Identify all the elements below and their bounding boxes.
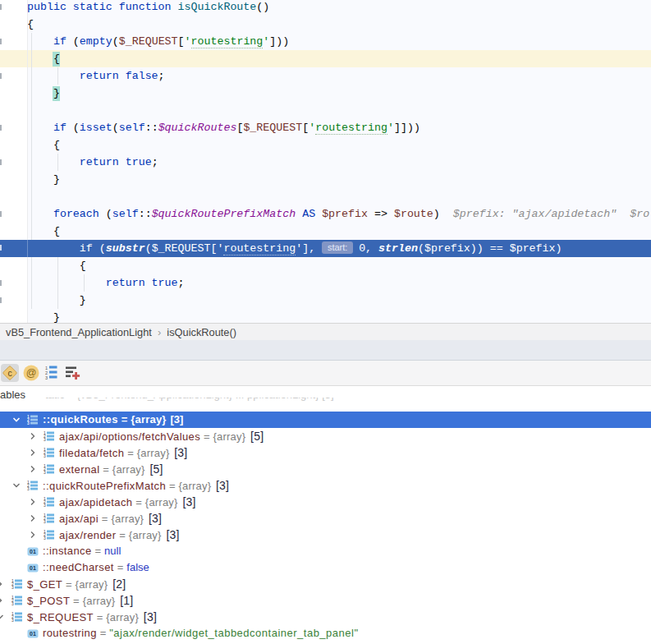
svg-text:3: 3 (44, 519, 46, 523)
svg-text:3: 3 (11, 585, 14, 589)
svg-text:3: 3 (44, 453, 46, 458)
svg-text:3: 3 (44, 536, 46, 540)
svg-text:3: 3 (11, 618, 14, 622)
svg-text:3: 3 (44, 470, 46, 474)
svg-text:01: 01 (30, 631, 36, 637)
svg-text:3: 3 (44, 503, 46, 507)
svg-text:01: 01 (30, 565, 36, 571)
svg-text:3: 3 (27, 486, 30, 490)
svg-text:01: 01 (30, 549, 36, 554)
svg-text:3: 3 (11, 601, 14, 605)
svg-text:@: @ (26, 367, 37, 379)
svg-text:3: 3 (45, 375, 48, 380)
svg-text:c: c (7, 368, 11, 378)
svg-text:3: 3 (44, 437, 46, 441)
svg-text:3: 3 (27, 421, 30, 425)
